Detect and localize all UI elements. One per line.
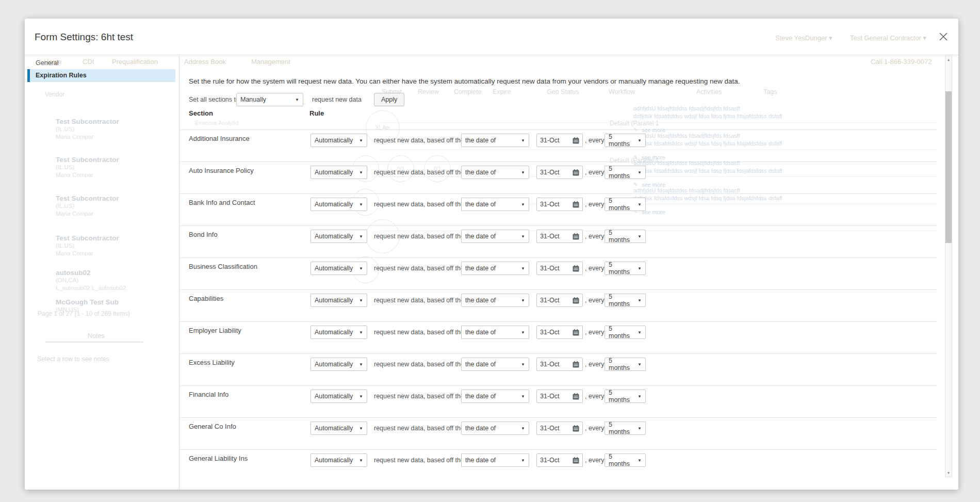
rule-mode-dropdown[interactable]: Automatically ▼ — [311, 422, 367, 435]
section-name: Capabilities — [189, 295, 223, 302]
chevron-down-icon: ▼ — [518, 234, 525, 239]
expiration-rule-row: Bank Info and Contact Automatically ▼ re… — [180, 193, 937, 225]
rule-mid-text: request new data, based off the — [374, 169, 464, 176]
rule-basis-dropdown[interactable]: the date of ▼ — [461, 134, 529, 147]
rule-date-value: 31-Oct — [540, 457, 560, 464]
chevron-down-icon: ▼ — [634, 394, 642, 399]
expiration-rules-description: Set the rule for how the system will req… — [189, 77, 823, 85]
rule-mode-dropdown[interactable]: Automatically ▼ — [311, 262, 367, 275]
rule-interval-dropdown[interactable]: 5 months ▼ — [605, 198, 646, 211]
rule-interval-dropdown[interactable]: 5 months ▼ — [605, 166, 646, 179]
chevron-down-icon: ▼ — [634, 362, 642, 367]
sidebar-tab-expiration-rules[interactable]: Expiration Rules — [27, 69, 175, 82]
calendar-icon — [573, 425, 579, 432]
rule-date-value: 31-Oct — [540, 201, 560, 208]
rule-date-input[interactable]: 31-Oct — [536, 230, 583, 243]
chevron-down-icon: ▼ — [356, 394, 363, 399]
sidebar-tab-general[interactable]: General — [25, 57, 175, 69]
section-column-header: Section — [189, 109, 213, 117]
calendar-icon — [573, 233, 579, 240]
section-name: Financial Info — [189, 391, 228, 398]
rule-basis-dropdown[interactable]: the date of ▼ — [461, 294, 529, 307]
rule-date-input[interactable]: 31-Oct — [536, 390, 583, 403]
rule-date-input[interactable]: 31-Oct — [536, 326, 583, 339]
rule-basis-dropdown[interactable]: the date of ▼ — [461, 262, 529, 275]
expiration-rule-row: Employer Liability Automatically ▼ reque… — [180, 321, 937, 353]
rule-mode-dropdown[interactable]: Automatically ▼ — [311, 358, 367, 371]
rule-basis-dropdown[interactable]: the date of ▼ — [461, 358, 529, 371]
chevron-down-icon: ▼ — [634, 458, 642, 463]
rule-mid-text: request new data, based off the — [374, 265, 464, 272]
scroll-down-arrow-icon[interactable]: ▼ — [945, 469, 952, 477]
rule-date-input[interactable]: 31-Oct — [536, 166, 583, 179]
calendar-icon — [573, 137, 579, 144]
rule-interval-value: 5 months — [609, 389, 634, 403]
rule-interval-dropdown[interactable]: 5 months ▼ — [605, 390, 646, 403]
rule-mode-dropdown[interactable]: Automatically ▼ — [311, 198, 367, 211]
rule-date-input[interactable]: 31-Oct — [536, 294, 583, 307]
rule-mode-dropdown[interactable]: Automatically ▼ — [311, 294, 367, 307]
scrollbar-thumb[interactable] — [945, 91, 952, 243]
rule-mode-value: Automatically — [315, 233, 353, 240]
vertical-scrollbar[interactable]: ▲ ▼ — [945, 56, 952, 477]
chevron-down-icon: ▼ — [634, 138, 642, 143]
rule-mode-dropdown[interactable]: Automatically ▼ — [311, 454, 367, 467]
rule-date-input[interactable]: 31-Oct — [536, 134, 583, 147]
rule-date-input[interactable]: 31-Oct — [536, 454, 583, 467]
rule-basis-dropdown[interactable]: the date of ▼ — [461, 454, 529, 467]
close-button[interactable] — [936, 29, 951, 44]
rule-interval-dropdown[interactable]: 5 months ▼ — [605, 326, 646, 339]
rule-interval-value: 5 months — [609, 293, 634, 307]
rule-interval-dropdown[interactable]: 5 months ▼ — [605, 230, 646, 243]
modal-title: Form Settings: 6ht test — [35, 31, 133, 43]
chevron-down-icon: ▼ — [634, 170, 642, 175]
rule-mode-dropdown[interactable]: Automatically ▼ — [311, 390, 367, 403]
scroll-up-arrow-icon[interactable]: ▲ — [945, 56, 952, 63]
rule-date-input[interactable]: 31-Oct — [536, 198, 583, 211]
rule-interval-value: 5 months — [609, 197, 634, 212]
rule-basis-dropdown[interactable]: the date of ▼ — [461, 422, 529, 435]
rule-interval-value: 5 months — [609, 357, 634, 371]
expiration-rule-row: Additional Insurance Automatically ▼ req… — [180, 129, 937, 161]
close-icon — [939, 32, 948, 41]
calendar-icon — [573, 169, 579, 176]
rule-basis-dropdown[interactable]: the date of ▼ — [461, 390, 529, 403]
rule-basis-dropdown[interactable]: the date of ▼ — [461, 230, 529, 243]
rule-date-input[interactable]: 31-Oct — [536, 262, 583, 275]
rule-date-input[interactable]: 31-Oct — [536, 422, 583, 435]
apply-button[interactable]: Apply — [374, 93, 404, 106]
expiration-rule-row: Bond Info Automatically ▼ request new da… — [180, 225, 937, 257]
bulk-suffix-label: request new data — [312, 96, 362, 103]
chevron-down-icon: ▼ — [356, 266, 363, 271]
rule-mode-dropdown[interactable]: Automatically ▼ — [311, 166, 367, 179]
rule-mode-dropdown[interactable]: Automatically ▼ — [311, 230, 367, 243]
rule-mode-dropdown[interactable]: Automatically ▼ — [311, 326, 367, 339]
rule-mode-dropdown[interactable]: Automatically ▼ — [311, 134, 367, 147]
rule-interval-dropdown[interactable]: 5 months ▼ — [605, 134, 646, 147]
rule-basis-dropdown[interactable]: the date of ▼ — [461, 166, 529, 179]
rule-basis-value: the date of — [465, 169, 496, 176]
rule-every-text: , every — [585, 393, 605, 400]
rule-interval-dropdown[interactable]: 5 months ▼ — [605, 454, 646, 467]
rule-interval-value: 5 months — [609, 229, 634, 244]
rule-date-input[interactable]: 31-Oct — [536, 358, 583, 371]
chevron-down-icon: ▼ — [518, 266, 525, 271]
chevron-down-icon: ▼ — [634, 202, 642, 207]
rule-basis-dropdown[interactable]: the date of ▼ — [461, 326, 529, 339]
expiration-rule-row: Capabilities Automatically ▼ request new… — [180, 289, 937, 321]
rule-every-text: , every — [585, 169, 605, 176]
rule-interval-dropdown[interactable]: 5 months ▼ — [605, 422, 646, 435]
rule-basis-dropdown[interactable]: the date of ▼ — [461, 198, 529, 211]
calendar-icon — [573, 329, 579, 336]
rule-mid-text: request new data, based off the — [374, 393, 464, 400]
bulk-mode-dropdown[interactable]: Manually ▼ — [236, 93, 303, 106]
rule-interval-dropdown[interactable]: 5 months ▼ — [605, 358, 646, 371]
rule-every-text: , every — [585, 425, 605, 432]
rule-mid-text: request new data, based off the — [374, 329, 464, 336]
rule-interval-dropdown[interactable]: 5 months ▼ — [605, 262, 646, 275]
chevron-down-icon: ▼ — [634, 426, 642, 431]
rule-mode-value: Automatically — [315, 361, 353, 368]
rule-interval-value: 5 months — [609, 133, 634, 148]
chevron-down-icon: ▼ — [634, 234, 642, 239]
rule-interval-dropdown[interactable]: 5 months ▼ — [605, 294, 646, 307]
